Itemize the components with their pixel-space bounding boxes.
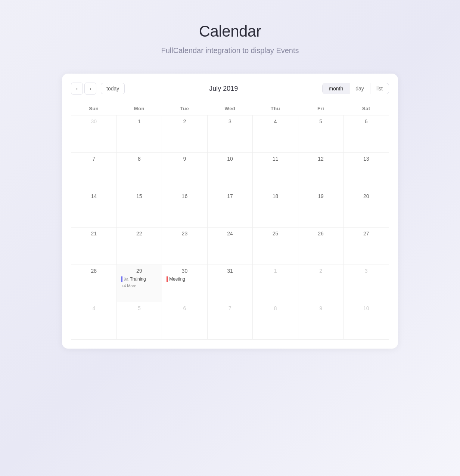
header-mon: Mon [116,102,162,115]
calendar-cell[interactable]: 8 [253,302,298,340]
calendar-cell[interactable]: 2 [162,115,208,153]
calendar-cell[interactable]: 5 [116,302,162,340]
cell-date: 26 [301,231,341,237]
calendar-cell[interactable]: 9 [298,302,344,340]
event-dot [121,276,122,282]
calendar-cell[interactable]: 11 [253,153,298,190]
cell-date: 2 [301,268,341,274]
calendar-week-1: 78910111213 [71,153,389,190]
calendar-cell[interactable]: 8 [116,153,162,190]
calendar-cell[interactable]: 13 [344,153,389,190]
header-fri: Fri [298,102,344,115]
event-name: Meeting [169,276,185,282]
calendar-cell[interactable]: 6 [162,302,208,340]
cell-date: 6 [346,118,386,124]
calendar-cell[interactable]: 299aTraining+4 More [116,265,162,302]
cell-date: 28 [74,268,114,274]
calendar-cell[interactable]: 3 [344,265,389,302]
calendar-month-title: July 2019 [125,85,322,93]
cell-date: 17 [211,193,250,199]
calendar-cell[interactable]: 24 [207,228,253,265]
calendar-cell[interactable]: 30 [71,115,117,153]
calendar-cell[interactable]: 1 [253,265,298,302]
cell-date: 19 [301,193,341,199]
calendar-cell[interactable]: 9 [162,153,208,190]
view-list-button[interactable]: list [370,83,389,94]
view-day-button[interactable]: day [349,83,370,94]
cell-date: 1 [256,268,295,274]
calendar-cell[interactable]: 10 [207,153,253,190]
cell-date: 29 [120,268,159,274]
calendar-week-4: 28299aTraining+4 More30Meeting31123 [71,265,389,302]
day-headers-row: Sun Mon Tue Wed Thu Fri Sat [71,102,389,115]
calendar-cell[interactable]: 12 [298,153,344,190]
calendar-cell[interactable]: 18 [253,190,298,228]
calendar-cell[interactable]: 26 [298,228,344,265]
cell-date: 9 [301,305,341,311]
calendar-cell[interactable]: 23 [162,228,208,265]
cell-date: 1 [120,118,159,124]
cell-date: 11 [256,156,295,162]
calendar-cell[interactable]: 1 [116,115,162,153]
cell-date: 21 [74,231,114,237]
page-subtitle: FullCalendar integration to display Even… [161,46,299,55]
calendar-cell[interactable]: 16 [162,190,208,228]
calendar-week-5: 45678910 [71,302,389,340]
calendar-cell[interactable]: 4 [253,115,298,153]
cell-date: 10 [211,156,250,162]
calendar-cell[interactable]: 15 [116,190,162,228]
calendar-cell[interactable]: 22 [116,228,162,265]
event-name: Training [130,276,146,282]
cell-date: 27 [346,231,386,237]
page-title: Calendar [199,22,261,40]
calendar-week-0: 30123456 [71,115,389,153]
calendar-cell[interactable]: 7 [71,153,117,190]
calendar-cell[interactable]: 4 [71,302,117,340]
calendar-week-3: 21222324252627 [71,228,389,265]
view-buttons: month day list [322,83,389,94]
cell-date: 10 [346,305,386,311]
cell-date: 24 [211,231,250,237]
cell-date: 7 [211,305,250,311]
today-button[interactable]: today [101,83,125,94]
calendar-cell[interactable]: 27 [344,228,389,265]
event-time: 9a [124,277,128,281]
calendar-cell[interactable]: 28 [71,265,117,302]
calendar-cell[interactable]: 3 [207,115,253,153]
calendar-cell[interactable]: 7 [207,302,253,340]
calendar-cell[interactable]: 19 [298,190,344,228]
calendar-grid: Sun Mon Tue Wed Thu Fri Sat 301234567891… [71,102,389,340]
cell-date: 13 [346,156,386,162]
prev-button[interactable]: ‹ [71,83,83,95]
calendar-cell[interactable]: 17 [207,190,253,228]
cell-date: 25 [256,231,295,237]
cell-date: 4 [74,305,114,311]
event-dot [167,276,168,282]
cell-date: 23 [165,231,204,237]
cell-date: 30 [165,268,204,274]
cell-date: 30 [74,118,114,124]
more-events-button[interactable]: +4 More [120,284,159,288]
calendar-toolbar: ‹ › today July 2019 month day list [71,83,389,95]
view-month-button[interactable]: month [323,83,349,94]
next-button[interactable]: › [84,83,96,95]
calendar-cell[interactable]: 20 [344,190,389,228]
event-item[interactable]: Meeting [165,275,204,283]
calendar-cell[interactable]: 6 [344,115,389,153]
header-thu: Thu [253,102,298,115]
calendar-cell[interactable]: 14 [71,190,117,228]
cell-date: 9 [165,156,204,162]
calendar-cell[interactable]: 21 [71,228,117,265]
event-item[interactable]: 9aTraining [120,275,159,283]
calendar-cell[interactable]: 25 [253,228,298,265]
cell-date: 20 [346,193,386,199]
cell-date: 8 [120,156,159,162]
calendar-cell[interactable]: 10 [344,302,389,340]
calendar-cell[interactable]: 31 [207,265,253,302]
calendar-cell[interactable]: 30Meeting [162,265,208,302]
cell-date: 16 [165,193,204,199]
calendar-cell[interactable]: 5 [298,115,344,153]
cell-date: 2 [165,118,204,124]
cell-date: 3 [211,118,250,124]
calendar-cell[interactable]: 2 [298,265,344,302]
